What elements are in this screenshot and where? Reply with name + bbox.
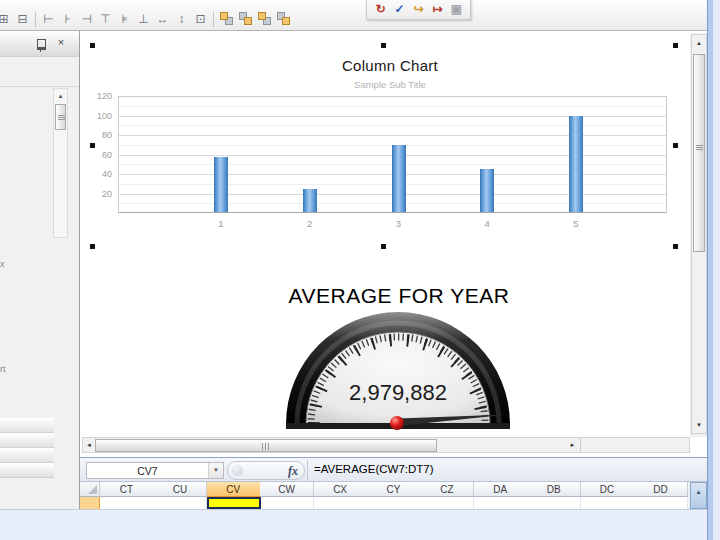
selection-handle[interactable] xyxy=(90,43,95,48)
align-left-icon[interactable]: ⊢ xyxy=(39,11,58,27)
column-header-dd[interactable]: DD xyxy=(634,482,688,497)
column-header-cv[interactable]: CV xyxy=(207,482,261,497)
y-axis-label: 80 xyxy=(84,130,112,140)
chart-subtitle: Sample Sub Title xyxy=(95,79,685,90)
list-item[interactable] xyxy=(0,448,54,463)
close-icon[interactable]: × xyxy=(55,36,67,49)
selection-handle[interactable] xyxy=(673,244,678,249)
cell-cv[interactable] xyxy=(207,497,261,509)
same-height-icon[interactable]: ↕ xyxy=(172,11,191,27)
cell-ct[interactable] xyxy=(100,497,154,509)
export-icon[interactable]: ↦ xyxy=(428,2,447,17)
selection-handle[interactable] xyxy=(381,244,386,249)
thumb-grip xyxy=(696,145,703,150)
select-all-corner[interactable] xyxy=(80,482,100,497)
average-for-year-label[interactable]: AVERAGE FOR YEAR xyxy=(80,284,691,308)
name-box-dropdown-icon[interactable]: ▼ xyxy=(208,463,223,478)
cell-dc[interactable] xyxy=(581,497,635,509)
name-box-value[interactable]: CV7 xyxy=(87,465,208,477)
column-header-cu[interactable]: CU xyxy=(153,482,207,497)
scrollbar-divider xyxy=(580,438,581,452)
scrollbar-thumb[interactable] xyxy=(95,439,437,452)
refresh-icon[interactable]: ↻ xyxy=(371,2,390,17)
vertical-scrollbar[interactable]: ▲ ▼ xyxy=(691,34,707,434)
scroll-up-icon[interactable]: ▲ xyxy=(693,487,704,498)
panel-scrollbar[interactable]: ▲ xyxy=(53,88,68,238)
column-header-ct[interactable]: CT xyxy=(100,482,154,497)
column-header-db[interactable]: DB xyxy=(527,482,581,497)
x-axis-label: 1 xyxy=(206,218,236,229)
scroll-right-icon[interactable]: ► xyxy=(567,439,578,452)
sheet-vertical-scrollbar[interactable]: ▲ xyxy=(690,482,707,509)
cell-cu[interactable] xyxy=(153,497,207,509)
cell-cz[interactable] xyxy=(420,497,474,509)
scroll-left-icon[interactable]: ◄ xyxy=(84,439,94,452)
selection-handle[interactable] xyxy=(673,143,678,148)
redo-icon[interactable]: ↪ xyxy=(409,2,428,17)
panel-list xyxy=(0,418,54,478)
list-item[interactable] xyxy=(0,418,54,433)
y-axis-label: 40 xyxy=(84,169,112,179)
plot-border xyxy=(118,96,667,213)
thumb-grip xyxy=(262,443,269,450)
bring-forward-icon[interactable] xyxy=(255,11,274,27)
column-header-da[interactable]: DA xyxy=(474,482,528,497)
bring-to-front-icon[interactable] xyxy=(217,11,236,27)
ungroup-icon[interactable]: ⊟ xyxy=(13,11,32,27)
column-header-cx[interactable]: CX xyxy=(314,482,368,497)
save-icon[interactable]: ▣ xyxy=(447,2,466,17)
clipped-label: rt xyxy=(0,364,6,374)
horizontal-scrollbar[interactable]: ◄ ► xyxy=(82,437,690,453)
name-box[interactable]: CV7 ▼ xyxy=(86,462,224,479)
align-bottom-icon[interactable]: ⊥ xyxy=(134,11,153,27)
cell-da[interactable] xyxy=(474,497,528,509)
align-right-icon[interactable]: ⊣ xyxy=(77,11,96,27)
insert-function-area[interactable]: fx xyxy=(227,461,305,480)
selection-handle[interactable] xyxy=(673,43,678,48)
list-item[interactable] xyxy=(0,463,54,478)
scroll-up-icon[interactable]: ▲ xyxy=(55,90,66,102)
cell-cy[interactable] xyxy=(367,497,421,509)
divider xyxy=(0,86,79,87)
y-axis-label: 100 xyxy=(84,111,112,121)
scrollbar-thumb[interactable] xyxy=(55,104,66,130)
same-size-icon[interactable]: ⊡ xyxy=(191,11,210,27)
column-header-cz[interactable]: CZ xyxy=(420,482,474,497)
send-to-back-icon[interactable] xyxy=(236,11,255,27)
x-axis-label: 4 xyxy=(472,218,502,229)
column-header-cw[interactable]: CW xyxy=(260,482,314,497)
column-header-dc[interactable]: DC xyxy=(581,482,635,497)
row-header[interactable] xyxy=(80,497,100,509)
pin-icon[interactable] xyxy=(37,39,46,50)
gauge-value: 2,979,882 xyxy=(349,380,447,405)
list-item[interactable] xyxy=(0,433,54,448)
align-middle-icon[interactable]: ⊧ xyxy=(115,11,134,27)
selection-handle[interactable] xyxy=(90,143,95,148)
selection-handle[interactable] xyxy=(90,244,95,249)
floating-toolbar: ↻✓↪↦▣ xyxy=(366,0,471,20)
send-backward-icon[interactable] xyxy=(274,11,293,27)
scroll-up-icon[interactable]: ▲ xyxy=(693,37,705,49)
align-center-icon[interactable]: ⊦ xyxy=(58,11,77,27)
gauge-object[interactable]: 2,979,882 xyxy=(283,310,513,430)
design-surface[interactable]: Column Chart Sample Sub Title 2040608010… xyxy=(80,31,691,437)
column-header-cy[interactable]: CY xyxy=(367,482,421,497)
cell-db[interactable] xyxy=(527,497,581,509)
formula-bar-handle xyxy=(232,465,243,476)
formula-input[interactable]: =AVERAGE(CW7:DT7) xyxy=(314,463,694,475)
toolbar-icons: ⊞⊟⊢⊦⊣⊤⊧⊥↔↕⊡ xyxy=(0,10,293,28)
selection-handle[interactable] xyxy=(381,43,386,48)
group-icon[interactable]: ⊞ xyxy=(0,11,13,27)
fx-icon[interactable]: fx xyxy=(288,464,298,479)
clipped-label: x xyxy=(0,259,5,269)
app-window: ⊞⊟⊢⊦⊣⊤⊧⊥↔↕⊡ ↻✓↪↦▣ × ▲ x rt Column Chart … xyxy=(0,0,720,540)
cell-cx[interactable] xyxy=(314,497,368,509)
align-top-icon[interactable]: ⊤ xyxy=(96,11,115,27)
scrollbar-thumb[interactable] xyxy=(693,54,705,252)
cell-dd[interactable] xyxy=(634,497,688,509)
cell-cw[interactable] xyxy=(260,497,314,509)
x-axis-label: 2 xyxy=(295,218,325,229)
edit-icon[interactable]: ✓ xyxy=(390,2,409,17)
same-width-icon[interactable]: ↔ xyxy=(153,11,172,27)
scroll-down-icon[interactable]: ▼ xyxy=(693,419,705,431)
